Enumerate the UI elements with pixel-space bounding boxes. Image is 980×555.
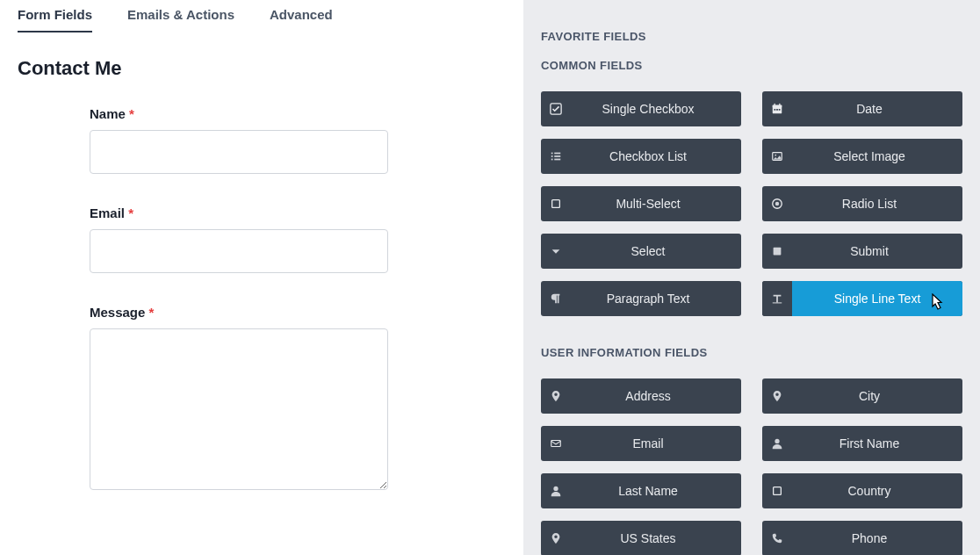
field-button-label: Paragraph Text <box>571 292 741 306</box>
field-button-label: Phone <box>792 531 962 545</box>
field-button-label: US States <box>571 531 741 545</box>
pin-icon <box>541 390 571 402</box>
pin-icon <box>541 532 571 544</box>
field-button-us-states[interactable]: US States <box>541 521 741 555</box>
field-button-label: Date <box>792 102 962 116</box>
tabs: Form Fields Emails & Actions Advanced <box>18 0 506 32</box>
tab-advanced[interactable]: Advanced <box>270 7 333 32</box>
field-button-email[interactable]: Email <box>541 426 741 461</box>
envelope-icon <box>541 437 571 450</box>
field-button-single-checkbox[interactable]: Single Checkbox <box>541 91 741 126</box>
user-icon <box>541 485 571 497</box>
section-favorite-title: FAVORITE FIELDS <box>541 30 962 43</box>
radio-icon <box>762 198 792 210</box>
field-button-single-line-text[interactable]: Single Line Text <box>762 281 962 316</box>
section-common-title: COMMON FIELDS <box>541 59 962 72</box>
field-button-submit[interactable]: Submit <box>762 234 962 269</box>
field-button-last-name[interactable]: Last Name <box>541 473 741 508</box>
list-icon <box>541 150 571 162</box>
required-marker: * <box>129 106 134 121</box>
field-button-checkbox-list[interactable]: Checkbox List <box>541 139 741 174</box>
field-button-date[interactable]: Date <box>762 91 962 126</box>
right-panel: FAVORITE FIELDS COMMON FIELDS Single Che… <box>523 0 980 555</box>
field-name: Name * <box>90 106 392 174</box>
square-filled-icon <box>762 245 792 257</box>
field-button-paragraph-text[interactable]: Paragraph Text <box>541 281 741 316</box>
chevron-down-icon <box>541 245 571 257</box>
tab-emails-actions[interactable]: Emails & Actions <box>127 7 234 32</box>
field-button-label: Radio List <box>792 197 962 211</box>
field-button-label: Last Name <box>571 484 741 498</box>
left-panel: Form Fields Emails & Actions Advanced Co… <box>0 0 523 555</box>
checkbox-checked-icon <box>541 103 571 115</box>
field-message: Message * <box>90 305 392 494</box>
field-button-country[interactable]: Country <box>762 473 962 508</box>
message-input[interactable] <box>90 328 388 490</box>
userinfo-fields-grid: AddressCityEmailFirst NameLast NameCount… <box>541 378 962 555</box>
field-button-city[interactable]: City <box>762 378 962 414</box>
field-button-radio-list[interactable]: Radio List <box>762 186 962 221</box>
square-icon <box>541 198 571 210</box>
email-input[interactable] <box>90 229 388 273</box>
field-button-select-image[interactable]: Select Image <box>762 139 962 174</box>
field-button-address[interactable]: Address <box>541 378 741 414</box>
field-button-label: City <box>792 389 962 403</box>
common-fields-grid: Single CheckboxDateCheckbox ListSelect I… <box>541 91 962 316</box>
required-marker: * <box>149 305 155 320</box>
field-button-label: Select <box>571 244 741 258</box>
text-icon <box>762 281 792 316</box>
field-button-label: Select Image <box>792 149 962 163</box>
field-button-label: First Name <box>792 436 962 450</box>
field-button-select[interactable]: Select <box>541 234 741 269</box>
field-button-label: Country <box>792 484 962 498</box>
tab-form-fields[interactable]: Form Fields <box>18 7 92 32</box>
paragraph-icon <box>541 292 571 305</box>
phone-icon <box>762 532 792 544</box>
field-button-label: Single Checkbox <box>571 102 741 116</box>
label-email: Email * <box>90 205 392 220</box>
form-body: Name * Email * Message * <box>18 106 506 494</box>
section-userinfo-title: USER INFORMATION FIELDS <box>541 346 962 359</box>
field-button-phone[interactable]: Phone <box>762 521 962 555</box>
user-icon <box>762 437 792 450</box>
label-message: Message * <box>90 305 392 320</box>
field-button-label: Submit <box>792 244 962 258</box>
label-name: Name * <box>90 106 392 121</box>
field-button-label: Address <box>571 389 741 403</box>
image-icon <box>762 150 792 162</box>
calendar-icon <box>762 103 792 115</box>
pin-icon <box>762 390 792 402</box>
field-button-label: Single Line Text <box>792 281 962 316</box>
field-button-label: Multi-Select <box>571 197 741 211</box>
field-email: Email * <box>90 205 392 273</box>
field-button-label: Checkbox List <box>571 149 741 163</box>
name-input[interactable] <box>90 130 388 174</box>
field-button-label: Email <box>571 436 741 450</box>
field-button-multi-select[interactable]: Multi-Select <box>541 186 741 221</box>
required-marker: * <box>128 205 133 220</box>
field-button-first-name[interactable]: First Name <box>762 426 962 461</box>
square-icon <box>762 485 792 497</box>
form-title: Contact Me <box>18 57 506 80</box>
